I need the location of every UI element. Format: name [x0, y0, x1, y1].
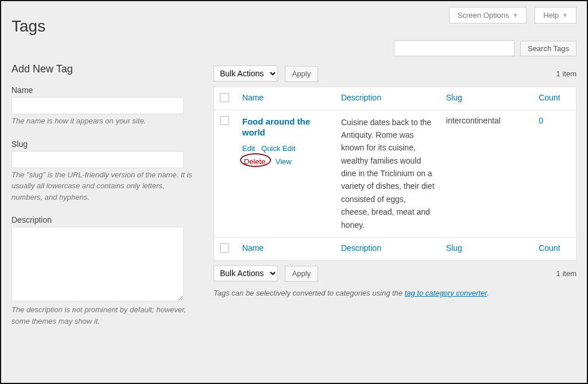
column-count-footer[interactable]: Count — [533, 238, 576, 261]
chevron-down-icon: ▼ — [562, 12, 568, 18]
row-count-link[interactable]: 0 — [539, 116, 543, 125]
select-all-top-checkbox[interactable] — [220, 93, 229, 102]
description-textarea[interactable] — [11, 227, 184, 301]
row-title-link[interactable]: Food around the world — [242, 116, 330, 138]
column-description-header[interactable]: Description — [335, 87, 440, 110]
item-count-top: 1 item — [556, 69, 577, 78]
row-description: Cuisine dates back to the Antiquity. Rom… — [341, 116, 435, 232]
edit-link[interactable]: Edit — [242, 144, 255, 153]
tag-to-category-converter-link[interactable]: tag to category converter — [405, 289, 487, 297]
name-hint: The name is how it appears on your site. — [11, 115, 195, 127]
slug-label: Slug — [11, 139, 201, 149]
screen-options-label: Screen Options — [458, 11, 509, 20]
chevron-down-icon: ▼ — [512, 12, 518, 18]
item-count-bottom: 1 item — [556, 269, 577, 278]
add-new-tag-heading: Add New Tag — [11, 63, 201, 75]
description-hint: The description is not prominent by defa… — [11, 304, 195, 327]
column-name-header[interactable]: Name — [237, 87, 335, 110]
quick-edit-link[interactable]: Quick Edit — [261, 144, 295, 153]
footer-note: Tags can be selectively converted to cat… — [214, 289, 577, 297]
screen-options-button[interactable]: Screen Options ▼ — [449, 7, 527, 24]
help-label: Help — [543, 11, 559, 20]
name-input[interactable] — [11, 97, 184, 114]
column-slug-footer[interactable]: Slug — [440, 238, 533, 261]
delete-link[interactable]: Delete — [242, 157, 268, 166]
help-button[interactable]: Help ▼ — [535, 7, 577, 24]
slug-hint: The "slug" is the URL-friendly version o… — [11, 169, 195, 203]
bulk-actions-select-top[interactable]: Bulk Actions — [214, 65, 278, 82]
name-label: Name — [11, 86, 201, 95]
row-slug: intercontinental — [446, 116, 501, 125]
column-description-footer[interactable]: Description — [335, 238, 440, 261]
column-count-header[interactable]: Count — [533, 87, 576, 110]
column-name-footer[interactable]: Name — [237, 238, 335, 261]
select-all-bottom-checkbox[interactable] — [220, 243, 229, 253]
search-input[interactable] — [394, 40, 514, 56]
search-tags-button[interactable]: Search Tags — [520, 41, 577, 56]
row-checkbox[interactable] — [220, 116, 229, 125]
bulk-actions-select-bottom[interactable]: Bulk Actions — [214, 265, 278, 281]
description-label: Description — [11, 215, 201, 224]
table-row: Food around the world Edit Quick Edit De… — [214, 110, 577, 238]
apply-button-top[interactable]: Apply — [285, 66, 319, 82]
slug-input[interactable] — [11, 151, 184, 168]
view-link[interactable]: View — [276, 157, 292, 166]
column-slug-header[interactable]: Slug — [440, 87, 533, 110]
apply-button-bottom[interactable]: Apply — [285, 266, 319, 282]
